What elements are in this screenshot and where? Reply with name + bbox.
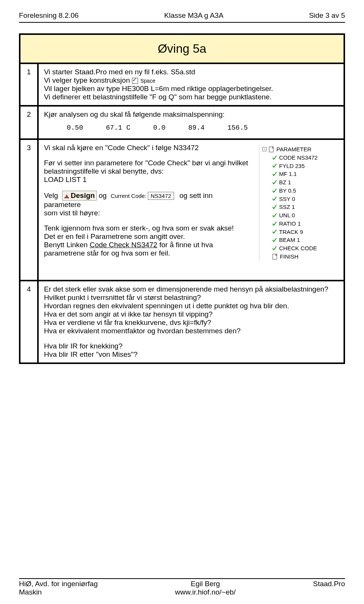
- table-row: 3 Vi skal nå kjøre en "Code Check" i føl…: [20, 139, 344, 281]
- tree-label: CODE NS3472: [279, 154, 318, 162]
- tree-node: MF 1.1: [262, 170, 338, 178]
- text-line: Hva er verdiene vi får fra knekkurvene, …: [44, 318, 338, 327]
- checkbox-icon: [132, 78, 138, 84]
- text-line: Vi skal nå kjøre en "Code Check" i følge…: [44, 144, 251, 152]
- minus-icon: -: [262, 147, 267, 151]
- table-row: 4 Er det sterk eller svak akse som er di…: [20, 281, 344, 363]
- text-line: Velg Design og Current Code: NS3472 og s…: [44, 191, 251, 209]
- text-line: Hva blir IR etter "von Mises"?: [44, 350, 338, 359]
- tree-label: TRACK 9: [279, 228, 303, 236]
- design-button-icon: Design: [62, 191, 97, 201]
- row-num: 2: [20, 106, 38, 139]
- design-label: Design: [71, 191, 95, 199]
- tree-label: BZ 1: [279, 178, 291, 187]
- tree-node: FYLD 235: [262, 162, 338, 170]
- text-line: Er det sterk eller svak akse som er dime…: [44, 285, 338, 293]
- page-icon: [272, 254, 278, 260]
- text-line: Hva er det som angir at vi ikke tar hens…: [44, 310, 338, 318]
- text-line: Hvordan regnes den ekvivalent spenningen…: [44, 302, 338, 310]
- tree-node: BZ 1: [262, 178, 338, 187]
- tree-root-node: - PARAMETER: [262, 145, 338, 154]
- tree-label: RATIO 1: [279, 220, 301, 228]
- text-span: og: [99, 191, 107, 199]
- row-body: Er det sterk eller svak akse som er dime…: [38, 281, 344, 363]
- text-span: Benytt Linken: [44, 241, 89, 249]
- checkmark-icon: [272, 196, 277, 201]
- text-line: Tenk igjennom hva som er sterk-, og hva …: [44, 224, 251, 232]
- row-num: 1: [20, 63, 38, 106]
- footer-left-bot: Maskin: [19, 588, 98, 596]
- tree-node: FINISH: [262, 253, 338, 261]
- text-line: LOAD LIST 1: [44, 176, 251, 184]
- tree-label: UNL 0: [279, 211, 295, 220]
- current-code-widget: Current Code: NS3472: [111, 193, 176, 199]
- output-val: 89.4: [188, 124, 204, 132]
- checkmark-icon: [272, 221, 277, 226]
- current-code-value: NS3472: [148, 192, 174, 200]
- text-line: Hvilket punkt i tverrsnittet får vi stør…: [44, 293, 338, 302]
- analysis-output: 0.50 67.1 C 0.0 89.4 156.5: [44, 124, 338, 132]
- text-line: Vi velger type konstruksjon Space: [44, 76, 338, 85]
- tree-node: SSZ 1: [262, 203, 338, 211]
- checkmark-icon: [272, 172, 277, 176]
- tree-label: BEAM 1: [279, 236, 300, 244]
- output-val: 0.50: [67, 124, 83, 132]
- tree-node: BEAM 1: [262, 236, 338, 244]
- current-code-label: Current Code:: [111, 193, 146, 199]
- tree-node: UNL 0: [262, 211, 338, 220]
- footer-mid-top: Egil Berg: [175, 580, 236, 588]
- row-body: Kjør analysen og du skal få følgende mak…: [38, 106, 344, 139]
- tree-label: MF 1.1: [279, 170, 297, 178]
- space-checkbox-widget: Space: [132, 78, 155, 84]
- text-line: Før vi setter inn parametere for "Code C…: [44, 159, 251, 176]
- tree-node: SSY 0: [262, 195, 338, 203]
- title-cell: Øving 5a: [20, 34, 344, 63]
- exercise-title: Øving 5a: [158, 42, 206, 55]
- text-line: Vil lager bjelken av type HE300B L=6m me…: [44, 85, 338, 93]
- header-right: Side 3 av 5: [309, 11, 345, 20]
- tree-label: FINISH: [280, 253, 298, 261]
- text-line: Vi starter Staad.Pro med en ny fil f.eks…: [44, 68, 338, 76]
- text-line: som vist til høyre:: [44, 209, 251, 217]
- text-span: Vi velger type konstruksjon: [44, 76, 132, 84]
- checkmark-icon: [272, 205, 277, 209]
- row-num: 4: [20, 281, 38, 363]
- code-check-link[interactable]: Code Check NS3472: [89, 241, 157, 249]
- page-footer: HiØ, Avd. for ingeniørfag Maskin Egil Be…: [19, 567, 345, 596]
- text-span: Velg: [44, 191, 58, 199]
- tree-label: SSZ 1: [279, 203, 295, 211]
- table-row: 1 Vi starter Staad.Pro med en ny fil f.e…: [20, 63, 344, 106]
- checkmark-icon: [272, 229, 277, 234]
- tree-label: SSY 0: [279, 195, 295, 203]
- footer-right: Staad.Pro: [313, 580, 345, 588]
- checkmark-icon: [272, 238, 277, 242]
- tree-node: CHECK CODE: [262, 244, 338, 253]
- header-left: Forelesning 8.2.06: [19, 11, 78, 20]
- checkmark-icon: [272, 246, 277, 251]
- header-rule: [19, 22, 345, 23]
- footer-left-top: HiØ, Avd. for ingeniørfag: [19, 580, 98, 588]
- tree-node: BY 0.5: [262, 187, 338, 195]
- header-mid: Klasse M3A g A3A: [164, 11, 223, 20]
- output-val: 0.0: [153, 124, 165, 132]
- output-val: 67.1 C: [106, 124, 130, 132]
- checkmark-icon: [272, 180, 277, 185]
- tree-node: TRACK 9: [262, 228, 338, 236]
- text-line: Vi definerer ett belastningstilfelle "F …: [44, 93, 338, 101]
- text-line: Hva er ekvivalent momentfaktor og hvorda…: [44, 327, 338, 335]
- tree-label: FYLD 235: [279, 162, 305, 170]
- footer-mid-bot: www.ir.hiof.no/~eb/: [175, 588, 236, 596]
- svg-rect-0: [64, 197, 69, 198]
- tree-node: CODE NS3472: [262, 154, 338, 162]
- text-line: Det er en feil i Parametrene som angitt …: [44, 232, 251, 241]
- page-header: Forelesning 8.2.06 Klasse M3A g A3A Side…: [19, 11, 345, 20]
- checkmark-icon: [272, 155, 277, 160]
- page-icon: [269, 146, 274, 152]
- tree-label: BY 0.5: [279, 187, 296, 195]
- footer-rule: [19, 578, 345, 579]
- checkmark-icon: [272, 163, 277, 168]
- tree-label: CHECK CODE: [279, 244, 317, 253]
- row-num: 3: [20, 139, 38, 281]
- row-body: Vi starter Staad.Pro med en ny fil f.eks…: [38, 63, 344, 106]
- parameter-tree: - PARAMETER CODE NS3472FYLD 235MF 1.1BZ …: [259, 145, 338, 261]
